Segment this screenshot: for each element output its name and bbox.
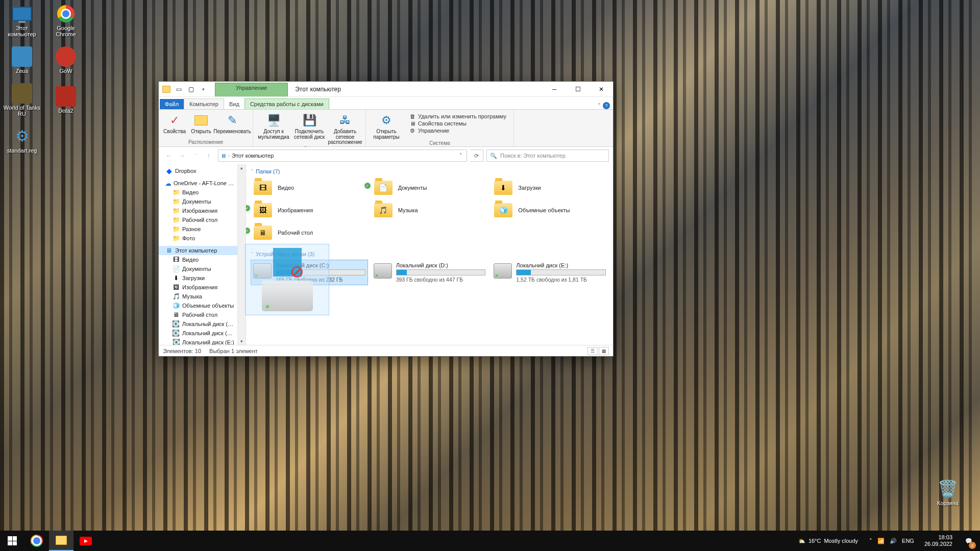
scroll-up-icon[interactable]: ▴ bbox=[240, 165, 243, 170]
qat-dropdown-icon[interactable]: ▾ bbox=[198, 84, 209, 95]
tab-drive-tools[interactable]: Средства работы с дисками bbox=[244, 98, 329, 109]
ribbon-map-drive[interactable]: 💾 Подключить сетевой диск bbox=[292, 111, 327, 140]
nav-up[interactable]: ↑ bbox=[203, 149, 215, 162]
desktop-icon-reg[interactable]: ⚙ standart.reg bbox=[3, 122, 41, 158]
titlebar[interactable]: ▭ ▢ ▾ Управление Этот компьютер ─ ☐ ✕ bbox=[159, 82, 613, 97]
folder-icon: 📄 bbox=[373, 179, 394, 197]
tray-overflow-icon[interactable]: ˄ bbox=[869, 538, 872, 544]
sidebar-item[interactable]: 📁Рабочий стол bbox=[159, 215, 237, 224]
folder-item[interactable]: ✓🖥Рабочий стол bbox=[251, 222, 368, 243]
help-icon[interactable]: ? bbox=[603, 102, 610, 109]
folder-item[interactable]: ✓📄Документы bbox=[372, 178, 488, 198]
sidebar-item[interactable]: 💽Локальний диск (E:) bbox=[159, 338, 237, 345]
sidebar-item[interactable]: 📄Документы bbox=[159, 264, 237, 273]
folder-item[interactable]: 🎵Музыка bbox=[372, 200, 488, 220]
chrome-icon bbox=[31, 535, 43, 547]
sidebar-item[interactable]: 📁Видео bbox=[159, 188, 237, 197]
desktop-icon-this-pc[interactable]: Этот компьютер bbox=[3, 3, 41, 38]
view-tiles-button[interactable]: ▦ bbox=[599, 347, 609, 355]
group-drives[interactable]: ˅Устройства и диски (3) bbox=[251, 250, 608, 258]
content-pane[interactable]: ˅Папки (7) 🎞Видео✓📄Документы⬇Загрузки✓🖼И… bbox=[246, 164, 613, 345]
sidebar-scrollbar[interactable]: ▴ ▾ bbox=[238, 164, 246, 345]
drive-icon: 💽 bbox=[172, 329, 180, 337]
ribbon-rename[interactable]: ✎ Переименовать bbox=[215, 111, 250, 135]
sidebar-item[interactable]: 📁Документы bbox=[159, 197, 237, 206]
nav-back[interactable]: ← bbox=[163, 149, 175, 162]
music-icon: 🎵 bbox=[172, 292, 180, 300]
sidebar-item[interactable]: 💽Локальний диск (D:) bbox=[159, 329, 237, 338]
desktop-icon-gow[interactable]: GoW bbox=[46, 42, 85, 78]
folder-item[interactable]: 🎞Видео bbox=[251, 178, 368, 198]
qat-properties-icon[interactable]: ▭ bbox=[173, 84, 184, 95]
taskbar-explorer[interactable] bbox=[49, 531, 74, 551]
desktop-icon-recycle-bin[interactable]: 🗑️ Корзина bbox=[928, 474, 967, 510]
taskbar-clock[interactable]: 18:03 26.09.2022 bbox=[920, 534, 957, 547]
maximize-button[interactable]: ☐ bbox=[566, 82, 590, 96]
folder-item[interactable]: ⬇Загрузки bbox=[492, 178, 608, 198]
drive-item[interactable]: Локальний диск (D:)393 ГБ свободно из 44… bbox=[372, 260, 488, 285]
tray-language[interactable]: ENG bbox=[902, 538, 914, 544]
taskbar-weather[interactable]: ⛅ 16°C Mostly cloudy bbox=[793, 538, 863, 544]
drive-icon: 💽 bbox=[172, 338, 180, 345]
search-input[interactable]: 🔍 Поиск в: Этот компьютер bbox=[486, 149, 609, 162]
sidebar-item[interactable]: 🧊Объемные объекты bbox=[159, 301, 237, 310]
taskbar-chrome[interactable] bbox=[24, 531, 49, 551]
tab-file[interactable]: Файл bbox=[160, 99, 184, 109]
qat-new-folder-icon[interactable]: ▢ bbox=[185, 84, 197, 95]
desktop-icon-zeus[interactable]: Zeus bbox=[3, 42, 41, 78]
ribbon-open[interactable]: Открыть bbox=[188, 111, 214, 135]
taskbar-youtube[interactable]: ▶ bbox=[74, 531, 98, 551]
folder-label: Документы bbox=[398, 185, 427, 191]
drive-item[interactable]: Локальний диск (E:)1,52 ТБ свободно из 1… bbox=[492, 260, 608, 285]
ribbon-media-access[interactable]: 🖥️ Доступ к мультимедиа bbox=[256, 111, 291, 140]
desktop-icons: Этот компьютер Google Chrome Zeus GoW Wo… bbox=[3, 3, 85, 158]
refresh-button[interactable]: ⟳ bbox=[470, 149, 483, 162]
sidebar-item[interactable]: ⬇Загрузки bbox=[159, 273, 237, 283]
sidebar-item-dropbox[interactable]: ◆Dropbox bbox=[159, 166, 237, 176]
sidebar-item[interactable]: 💽Локальный диск (C:) bbox=[159, 319, 237, 329]
tray-volume-icon[interactable]: 🔊 bbox=[890, 538, 897, 544]
sync-badge-icon: ✓ bbox=[364, 183, 371, 189]
breadcrumb[interactable]: Этот компьютер bbox=[232, 153, 274, 159]
sidebar-item[interactable]: 🎞Видео bbox=[159, 255, 237, 264]
sidebar-item[interactable]: 🖥Рабочий стол bbox=[159, 310, 237, 319]
ribbon-open-settings[interactable]: ⚙ Открыть параметры bbox=[369, 111, 404, 140]
ribbon-properties[interactable]: ✓ Свойства bbox=[162, 111, 187, 135]
ribbon-add-network[interactable]: 🖧 Добавить сетевое расположение bbox=[328, 111, 362, 145]
address-dropdown-icon[interactable]: ˅ bbox=[457, 153, 464, 159]
desktop-icon-dota2[interactable]: Dota2 bbox=[46, 82, 85, 118]
group-folders[interactable]: ˅Папки (7) bbox=[251, 167, 608, 176]
sidebar-item-onedrive[interactable]: ☁OneDrive - AFT-Lone Star Colle bbox=[159, 179, 237, 188]
sidebar-item[interactable]: 📁Фото bbox=[159, 234, 237, 243]
sidebar-item[interactable]: 📁Разное bbox=[159, 224, 237, 234]
folder-item[interactable]: 🧊Объемные объекты bbox=[492, 200, 608, 220]
start-button[interactable] bbox=[0, 531, 24, 551]
nav-forward[interactable]: → bbox=[176, 149, 188, 162]
view-details-button[interactable]: ☰ bbox=[587, 347, 598, 355]
minimize-button[interactable]: ─ bbox=[543, 82, 566, 96]
tray-network-icon[interactable]: 📶 bbox=[877, 538, 885, 544]
tab-view[interactable]: Вид bbox=[224, 99, 244, 109]
close-button[interactable]: ✕ bbox=[590, 82, 613, 96]
desktop-icon-wot[interactable]: World of Tanks RU bbox=[3, 82, 41, 118]
ribbon-uninstall[interactable]: 🗑Удалить или изменить программу bbox=[409, 113, 506, 120]
app-icon bbox=[56, 46, 76, 67]
nav-pane[interactable]: ◆Dropbox ☁OneDrive - AFT-Lone Star Colle… bbox=[159, 164, 238, 345]
nav-recent[interactable]: ˅ bbox=[189, 149, 202, 162]
ribbon-collapse-icon[interactable]: ˄ bbox=[598, 103, 601, 109]
ribbon-manage[interactable]: ⚙Управление bbox=[409, 127, 506, 134]
folder-item[interactable]: ✓🖼Изображения bbox=[251, 200, 368, 220]
sync-badge-icon: ✓ bbox=[246, 205, 250, 211]
sidebar-item[interactable]: 📁Изображения bbox=[159, 206, 237, 215]
scroll-down-icon[interactable]: ▾ bbox=[240, 339, 243, 344]
sidebar-item[interactable]: 🖼Изображения bbox=[159, 283, 237, 292]
desktop-icon-chrome[interactable]: Google Chrome bbox=[46, 3, 85, 38]
ribbon-system-props[interactable]: 🖥Свойства системы bbox=[409, 120, 506, 127]
drive-item[interactable]: Локальный диск (C:)165 ГБ свободно из 23… bbox=[251, 260, 368, 285]
address-bar[interactable]: 🖥 › Этот компьютер ˅ bbox=[218, 149, 467, 162]
sidebar-item-this-pc[interactable]: 🖥Этот компьютер bbox=[159, 246, 237, 255]
context-tab-manage[interactable]: Управление bbox=[215, 83, 288, 96]
taskbar-notifications[interactable]: 💬 2 bbox=[959, 531, 979, 551]
sidebar-item[interactable]: 🎵Музыка bbox=[159, 292, 237, 301]
tab-computer[interactable]: Компьютер bbox=[184, 98, 224, 109]
